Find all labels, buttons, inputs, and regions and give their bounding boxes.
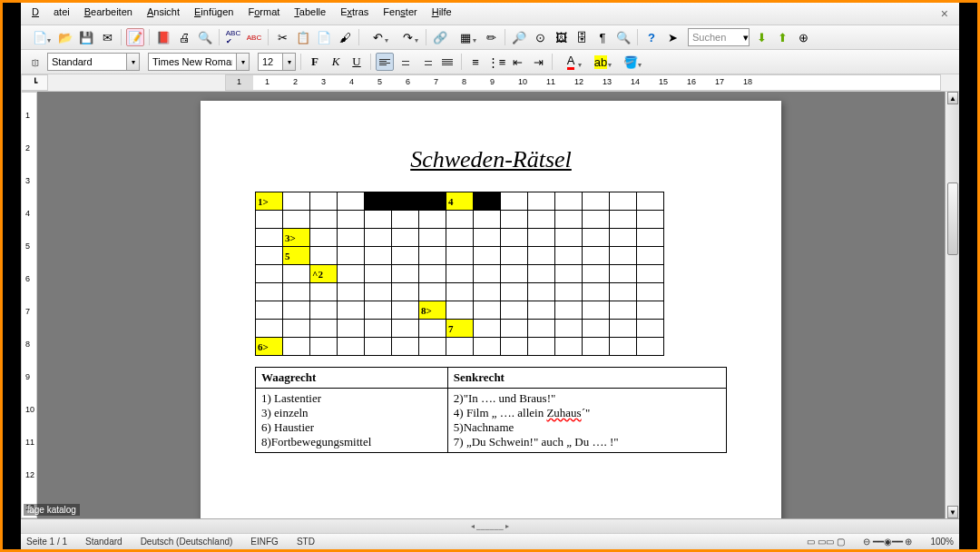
styles-icon[interactable]: ⎅ xyxy=(26,53,44,71)
grid-cell[interactable] xyxy=(365,301,392,320)
grid-cell[interactable] xyxy=(501,320,528,338)
grid-cell[interactable] xyxy=(528,320,555,338)
grid-cell[interactable] xyxy=(583,229,610,247)
grid-cell[interactable] xyxy=(419,247,446,265)
scroll-up-arrow[interactable]: ▲ xyxy=(947,92,958,104)
grid-cell[interactable] xyxy=(501,338,528,356)
pdf-icon[interactable]: 📕 xyxy=(154,28,172,46)
redo-icon[interactable]: ↷ xyxy=(394,28,421,46)
grid-cell[interactable] xyxy=(555,247,583,265)
grid-cell[interactable] xyxy=(583,265,610,283)
menu-bearbeiten[interactable]: Bearbeiten xyxy=(77,5,140,23)
font-size-input[interactable] xyxy=(259,54,282,70)
grid-cell[interactable] xyxy=(610,265,637,283)
grid-cell[interactable] xyxy=(338,229,365,247)
grid-cell[interactable] xyxy=(583,320,610,338)
indent-button[interactable]: ⇥ xyxy=(529,53,547,71)
page-area[interactable]: Schweden-Rätsel 1>43>5^28>76> Waagrecht … xyxy=(37,92,945,518)
grid-cell[interactable]: 3> xyxy=(283,229,310,247)
grid-cell[interactable] xyxy=(338,338,365,356)
zoom-icon[interactable]: 🔍 xyxy=(614,28,632,46)
grid-cell[interactable] xyxy=(583,192,610,211)
grid-cell[interactable] xyxy=(365,320,392,338)
grid-cell[interactable] xyxy=(528,301,555,320)
grid-cell[interactable] xyxy=(637,283,664,301)
underline-button[interactable]: U xyxy=(348,53,366,71)
clues-table[interactable]: Waagrecht Senkrecht 1) Lastentier3) einz… xyxy=(255,367,727,453)
close-button[interactable]: × xyxy=(934,5,956,23)
grid-cell[interactable] xyxy=(474,338,501,356)
grid-cell[interactable] xyxy=(446,211,474,229)
grid-cell[interactable] xyxy=(419,320,446,338)
menu-ansicht[interactable]: Ansicht xyxy=(140,5,187,23)
spellcheck-auto-icon[interactable]: ABC xyxy=(245,28,263,46)
gallery-icon[interactable]: 🖼 xyxy=(552,28,570,46)
menu-fenster[interactable]: Fenster xyxy=(376,5,424,23)
scroll-down-arrow[interactable]: ▼ xyxy=(947,506,958,518)
grid-cell[interactable] xyxy=(283,283,310,301)
grid-cell[interactable] xyxy=(528,229,555,247)
status-zoom[interactable]: 100% xyxy=(930,537,954,547)
grid-cell[interactable] xyxy=(256,229,283,247)
grid-cell[interactable] xyxy=(501,229,528,247)
grid-cell[interactable] xyxy=(338,247,365,265)
crossword-grid[interactable]: 1>43>5^28>76> xyxy=(255,192,664,356)
grid-cell[interactable] xyxy=(310,192,338,211)
grid-cell[interactable] xyxy=(310,211,338,229)
grid-cell[interactable] xyxy=(338,301,365,320)
grid-cell[interactable] xyxy=(310,229,338,247)
grid-cell[interactable] xyxy=(555,192,583,211)
grid-cell[interactable] xyxy=(555,301,583,320)
grid-cell[interactable] xyxy=(474,192,501,211)
font-color-button[interactable]: A xyxy=(557,53,584,71)
grid-cell[interactable] xyxy=(583,283,610,301)
navigator-icon[interactable]: ⊙ xyxy=(531,28,549,46)
save-icon[interactable]: 💾 xyxy=(77,28,95,46)
grid-cell[interactable]: 5 xyxy=(283,247,310,265)
grid-cell[interactable] xyxy=(283,301,310,320)
grid-cell[interactable] xyxy=(637,229,664,247)
paragraph-style-combo[interactable]: ▾ xyxy=(47,53,140,71)
align-right-button[interactable] xyxy=(417,53,436,71)
grid-cell[interactable] xyxy=(528,192,555,211)
hyperlink-icon[interactable]: 🔗 xyxy=(431,28,449,46)
horizontal-scrollbar[interactable]: ◂ ⎯⎯⎯⎯⎯⎯ ▸ xyxy=(21,518,959,533)
status-view-icons[interactable]: ▭ ▭▭ ▢ xyxy=(807,537,845,547)
grid-cell[interactable] xyxy=(528,211,555,229)
grid-cell[interactable] xyxy=(610,283,637,301)
menu-datei[interactable]: Datei xyxy=(24,5,77,23)
grid-cell[interactable] xyxy=(501,211,528,229)
grid-cell[interactable] xyxy=(338,211,365,229)
grid-cell[interactable]: 8> xyxy=(419,301,446,320)
grid-cell[interactable] xyxy=(392,211,419,229)
paste-icon[interactable]: 📄 xyxy=(315,28,333,46)
grid-cell[interactable] xyxy=(283,338,310,356)
ruler-corner[interactable]: ┗ xyxy=(21,74,48,91)
grid-cell[interactable] xyxy=(610,247,637,265)
grid-cell[interactable] xyxy=(555,283,583,301)
grid-cell[interactable] xyxy=(637,211,664,229)
grid-cell[interactable] xyxy=(583,247,610,265)
grid-cell[interactable] xyxy=(583,211,610,229)
grid-cell[interactable] xyxy=(365,211,392,229)
grid-cell[interactable] xyxy=(338,283,365,301)
grid-cell[interactable] xyxy=(474,320,501,338)
showdraw-icon[interactable]: ✏ xyxy=(482,28,500,46)
grid-cell[interactable]: ^2 xyxy=(310,265,338,283)
align-center-button[interactable] xyxy=(397,53,415,71)
menu-tabelle[interactable]: Tabelle xyxy=(287,5,333,23)
search-input[interactable] xyxy=(689,29,743,45)
grid-cell[interactable] xyxy=(338,320,365,338)
grid-cell[interactable] xyxy=(392,320,419,338)
grid-cell[interactable] xyxy=(256,265,283,283)
grid-cell[interactable] xyxy=(501,265,528,283)
italic-button[interactable]: K xyxy=(327,53,345,71)
grid-cell[interactable] xyxy=(419,229,446,247)
grid-cell[interactable] xyxy=(256,247,283,265)
whatsthis-icon[interactable]: ➤ xyxy=(663,28,681,46)
bold-button[interactable]: F xyxy=(306,53,324,71)
font-size-dd[interactable]: ▾ xyxy=(282,54,295,70)
undo-icon[interactable]: ↶ xyxy=(364,28,391,46)
grid-cell[interactable] xyxy=(610,338,637,356)
grid-cell[interactable] xyxy=(338,192,365,211)
